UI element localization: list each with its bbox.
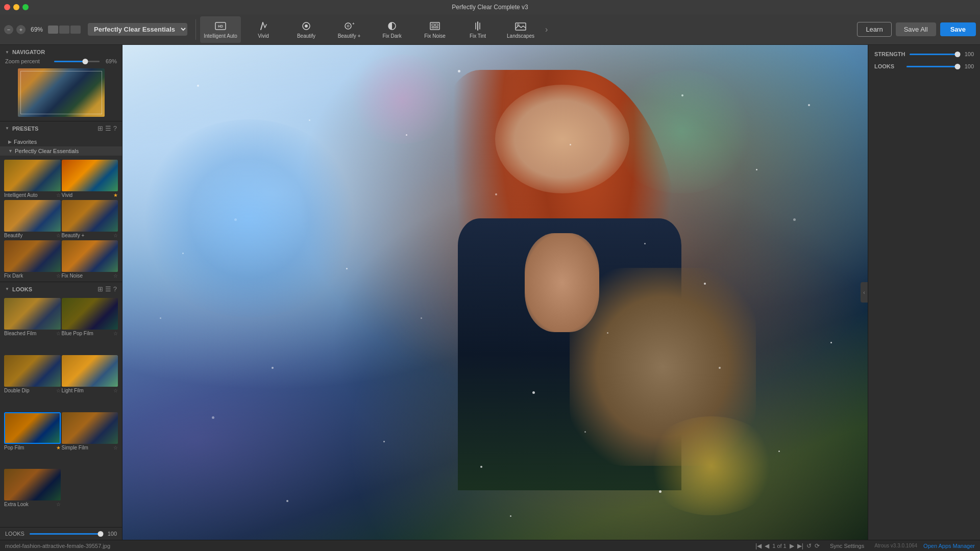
preset-star-fix-dark[interactable]: ☆ [56, 273, 61, 279]
preset-star-fix-noise[interactable]: ☆ [113, 273, 118, 279]
nav-prev[interactable]: ◀ [765, 542, 769, 549]
add-button[interactable]: + [16, 25, 26, 34]
svg-text:HD: HD [218, 24, 223, 28]
nav-refresh[interactable]: ↺ [806, 542, 812, 549]
tool-label-beautify: Beautify [297, 33, 315, 39]
nav-next[interactable]: ▶ [790, 542, 794, 549]
landscapes-icon [513, 20, 528, 32]
view-grid[interactable] [70, 26, 81, 34]
look-star-pop-film[interactable]: ★ [56, 445, 61, 450]
close-button[interactable] [4, 4, 10, 10]
looks-right-slider[interactable] [906, 66, 958, 67]
look-item-bleached-film[interactable]: Bleached Film ☆ [4, 298, 61, 354]
look-star-light-film[interactable]: ☆ [113, 388, 118, 393]
svg-point-6 [305, 24, 308, 28]
tool-landscapes[interactable]: Landscapes [500, 16, 541, 43]
nav-prev-end[interactable]: |◀ [755, 542, 762, 549]
look-item-double-dip[interactable]: Double Dip ☆ [4, 355, 61, 411]
look-item-light-film[interactable]: Light Film ☆ [62, 355, 118, 411]
tool-fix-tint[interactable]: Fix Tint [457, 16, 498, 43]
learn-button[interactable]: Learn [857, 22, 891, 37]
right-panel-collapse[interactable]: ‹ [861, 282, 868, 303]
preset-thumb-fix-dark [4, 240, 61, 272]
looks-header: ▼ LOOKS ⊞ ☰ ? [0, 282, 122, 296]
looks-help[interactable]: ? [113, 285, 117, 293]
look-star-bleached-film[interactable]: ☆ [56, 331, 61, 336]
tool-beautify-plus[interactable]: + Beautify + [329, 16, 370, 43]
preset-thumb-fix-noise [62, 240, 118, 272]
look-thumb-double-dip [4, 355, 61, 387]
zoom-slider[interactable] [54, 61, 100, 62]
preset-star-vivid[interactable]: ★ [113, 192, 118, 198]
preset-item-intelligent-auto[interactable]: Intelligent Auto ☆ [4, 160, 61, 199]
intelligent-auto-icon: HD [213, 20, 228, 32]
hand [525, 233, 599, 332]
look-item-simple-film[interactable]: Simple Film ☆ [62, 412, 118, 468]
back-button[interactable]: − [4, 25, 13, 34]
presets-header-left: ▼ PRESETS [5, 126, 97, 132]
save-all-button[interactable]: Save All [896, 22, 936, 36]
nav-rotate[interactable]: ⟳ [815, 542, 820, 549]
traffic-lights [4, 4, 29, 10]
looks-slider[interactable] [30, 533, 101, 535]
navigator-header: ▼ NAVIGATOR [5, 49, 117, 55]
look-item-pop-film[interactable]: Pop Film ★ [4, 412, 61, 468]
presets-group-item[interactable]: ▼ Perfectly Clear Essentials [0, 146, 122, 156]
tool-fix-noise[interactable]: Fix Noise [414, 16, 455, 43]
look-star-blue-pop-film[interactable]: ☆ [113, 331, 118, 336]
navigator-preview [18, 68, 105, 117]
save-button[interactable]: Save [940, 22, 976, 36]
preset-star-beautify-plus[interactable]: ☆ [113, 233, 118, 238]
look-thumb-bleached-film [4, 298, 61, 330]
tool-fix-dark[interactable]: Fix Dark [372, 16, 412, 43]
svg-text:+: + [352, 21, 355, 26]
favorites-label: Favorites [14, 139, 37, 145]
tool-vivid[interactable]: Vivid [243, 16, 284, 43]
preset-item-fix-dark[interactable]: Fix Dark ☆ [4, 240, 61, 280]
maximize-button[interactable] [22, 4, 29, 10]
looks-list-view[interactable]: ☰ [105, 285, 111, 293]
nav-next-end[interactable]: ▶| [797, 542, 803, 549]
strength-value: 100 [962, 51, 974, 57]
main-image [122, 45, 868, 540]
look-star-simple-film[interactable]: ☆ [113, 445, 118, 450]
presets-list-view[interactable]: ☰ [105, 124, 111, 132]
preset-star-intelligent-auto[interactable]: ☆ [56, 192, 61, 198]
toolbar-arrow[interactable]: › [545, 25, 548, 34]
preset-item-fix-noise[interactable]: Fix Noise ☆ [62, 240, 118, 280]
favorites-item[interactable]: ▶ Favorites [0, 137, 122, 146]
svg-line-4 [265, 24, 266, 28]
svg-rect-13 [435, 24, 438, 26]
zoom-display: 69% [31, 26, 43, 33]
looks-right-row: LOOKS 100 [874, 63, 974, 69]
preset-item-beautify[interactable]: Beautify ☆ [4, 200, 61, 239]
tool-intelligent-auto[interactable]: HD Intelligent Auto [200, 16, 241, 43]
looks-slider-fill [30, 533, 101, 535]
look-item-blue-pop-film[interactable]: Blue Pop Film ☆ [62, 298, 118, 354]
strength-row: STRENGTH 100 [874, 51, 974, 57]
looks-grid-view[interactable]: ⊞ [97, 285, 103, 293]
looks-section: ▼ LOOKS ⊞ ☰ ? Bleached Film ☆ Blue Pop F… [0, 282, 122, 540]
look-star-extra1[interactable]: ☆ [56, 502, 61, 507]
looks-slider-label: LOOKS [5, 531, 26, 537]
minimize-button[interactable] [13, 4, 19, 10]
preset-item-vivid[interactable]: Vivid ★ [62, 160, 118, 199]
presets-section: ▼ PRESETS ⊞ ☰ ? ▶ Favorites ▼ Perfectly … [0, 121, 122, 282]
look-item-extra1[interactable]: Extra Look ☆ [4, 469, 61, 525]
tool-beautify[interactable]: Beautify [286, 16, 327, 43]
view-single[interactable] [48, 26, 58, 34]
preset-star-beautify[interactable]: ☆ [56, 233, 61, 238]
view-split[interactable] [59, 26, 69, 34]
presets-help[interactable]: ? [113, 124, 117, 132]
version-info: Atrous v3.3.0.1064 [874, 543, 917, 548]
look-label-blue-pop-film: Blue Pop Film ☆ [62, 330, 118, 337]
preset-item-beautify-plus[interactable]: Beautify + ☆ [62, 200, 118, 239]
strength-slider[interactable] [910, 54, 958, 55]
presets-grid-view[interactable]: ⊞ [97, 124, 103, 132]
open-apps-manager[interactable]: Open Apps Manager [923, 543, 975, 549]
preset-thumb-beautify-plus [62, 200, 118, 232]
preset-selector[interactable]: Perfectly Clear Essentials [88, 23, 187, 36]
sync-settings[interactable]: Sync Settings [830, 543, 864, 549]
look-label-pop-film: Pop Film ★ [4, 444, 61, 452]
look-star-double-dip[interactable]: ☆ [56, 388, 61, 393]
